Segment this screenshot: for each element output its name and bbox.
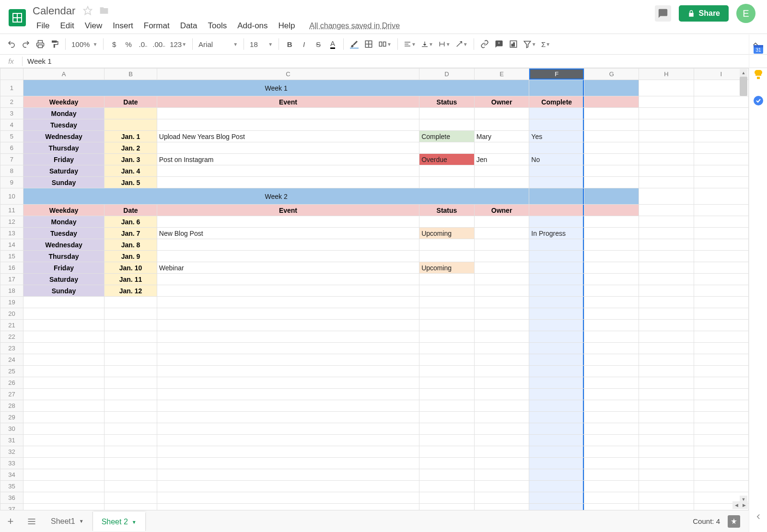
cell[interactable]: Wednesday: [23, 131, 104, 142]
cell[interactable]: [23, 400, 104, 412]
cell[interactable]: [529, 492, 584, 504]
filter-button[interactable]: ▼: [521, 37, 538, 51]
comment-button[interactable]: +: [492, 37, 506, 51]
cell[interactable]: [584, 216, 639, 228]
cell[interactable]: [157, 366, 419, 377]
row-header-14[interactable]: 14: [0, 239, 23, 251]
cell[interactable]: [157, 297, 419, 308]
cell[interactable]: [529, 400, 584, 412]
cell[interactable]: [105, 400, 157, 412]
cell[interactable]: [23, 389, 104, 400]
cell[interactable]: Sunday: [23, 177, 104, 188]
cell[interactable]: [105, 377, 157, 389]
cell[interactable]: Jen: [474, 154, 529, 165]
cell[interactable]: [639, 389, 694, 400]
cell[interactable]: [529, 297, 584, 308]
cell[interactable]: [529, 412, 584, 423]
cell[interactable]: [584, 119, 639, 131]
cell[interactable]: [639, 216, 694, 228]
cell[interactable]: [474, 389, 529, 400]
row-header-34[interactable]: 34: [0, 469, 23, 481]
cell[interactable]: [23, 354, 104, 366]
cell[interactable]: [584, 228, 639, 239]
cell[interactable]: [639, 228, 694, 239]
cell[interactable]: [584, 131, 639, 142]
save-status[interactable]: All changes saved in Drive: [310, 22, 400, 30]
cell[interactable]: [157, 377, 419, 389]
menu-addons[interactable]: Add-ons: [232, 19, 272, 33]
cell[interactable]: [105, 423, 157, 435]
more-formats-dropdown[interactable]: 123▼: [168, 37, 188, 51]
cell[interactable]: [529, 481, 584, 492]
row-header-12[interactable]: 12: [0, 216, 23, 228]
cell[interactable]: [584, 504, 639, 510]
cell[interactable]: Friday: [23, 262, 104, 274]
cell[interactable]: [105, 389, 157, 400]
cell[interactable]: Friday: [23, 154, 104, 165]
cell[interactable]: [639, 354, 694, 366]
cell[interactable]: [105, 297, 157, 308]
cell[interactable]: [474, 366, 529, 377]
undo-button[interactable]: [5, 37, 18, 51]
cell[interactable]: [584, 108, 639, 119]
cell[interactable]: [23, 504, 104, 510]
cell[interactable]: Sunday: [23, 285, 104, 297]
cell[interactable]: [105, 331, 157, 343]
cell[interactable]: In Progress: [529, 228, 584, 239]
cell[interactable]: [157, 446, 419, 458]
cell[interactable]: [639, 504, 694, 510]
print-button[interactable]: [34, 37, 47, 51]
cell[interactable]: Owner: [474, 96, 529, 108]
row-header-9[interactable]: 9: [0, 177, 23, 188]
cell[interactable]: [639, 469, 694, 481]
cell[interactable]: [23, 343, 104, 354]
cell[interactable]: Jan. 3: [105, 154, 157, 165]
cell[interactable]: [584, 423, 639, 435]
cell[interactable]: Jan. 5: [105, 177, 157, 188]
cell[interactable]: [157, 504, 419, 510]
cell[interactable]: [639, 131, 694, 142]
cell[interactable]: [529, 331, 584, 343]
cell[interactable]: [157, 320, 419, 331]
menu-format[interactable]: Format: [139, 19, 174, 33]
col-header-C[interactable]: C: [157, 69, 419, 80]
cell[interactable]: [584, 412, 639, 423]
cell[interactable]: [474, 504, 529, 510]
cell[interactable]: [529, 188, 584, 205]
cell[interactable]: [474, 285, 529, 297]
cell[interactable]: [23, 331, 104, 343]
cell[interactable]: [529, 389, 584, 400]
cell[interactable]: [639, 154, 694, 165]
cell[interactable]: [584, 389, 639, 400]
cell[interactable]: Weekday: [23, 205, 104, 216]
font-dropdown[interactable]: Arial▼: [197, 37, 240, 51]
cell[interactable]: Event: [157, 205, 419, 216]
explore-button[interactable]: [728, 515, 740, 528]
cell[interactable]: [529, 504, 584, 510]
cell[interactable]: Jan. 8: [105, 239, 157, 251]
all-sheets-button[interactable]: [21, 511, 42, 532]
select-all-corner[interactable]: [0, 69, 23, 80]
cell[interactable]: [584, 458, 639, 469]
cell[interactable]: [639, 366, 694, 377]
folder-icon[interactable]: [99, 6, 109, 17]
cell[interactable]: [474, 446, 529, 458]
formula-input[interactable]: Week 1: [23, 57, 52, 65]
row-header-4[interactable]: 4: [0, 119, 23, 131]
cell[interactable]: [23, 297, 104, 308]
cell[interactable]: [419, 297, 475, 308]
menu-data[interactable]: Data: [175, 19, 202, 33]
row-header-17[interactable]: 17: [0, 274, 23, 285]
cell[interactable]: [419, 435, 475, 446]
cell[interactable]: [584, 435, 639, 446]
row-header-3[interactable]: 3: [0, 108, 23, 119]
row-header-15[interactable]: 15: [0, 251, 23, 262]
cell[interactable]: [584, 331, 639, 343]
cell[interactable]: [639, 119, 694, 131]
cell[interactable]: [157, 177, 419, 188]
row-header-20[interactable]: 20: [0, 308, 23, 320]
cell[interactable]: [584, 469, 639, 481]
cell[interactable]: [474, 216, 529, 228]
cell[interactable]: [474, 481, 529, 492]
cell[interactable]: [157, 481, 419, 492]
